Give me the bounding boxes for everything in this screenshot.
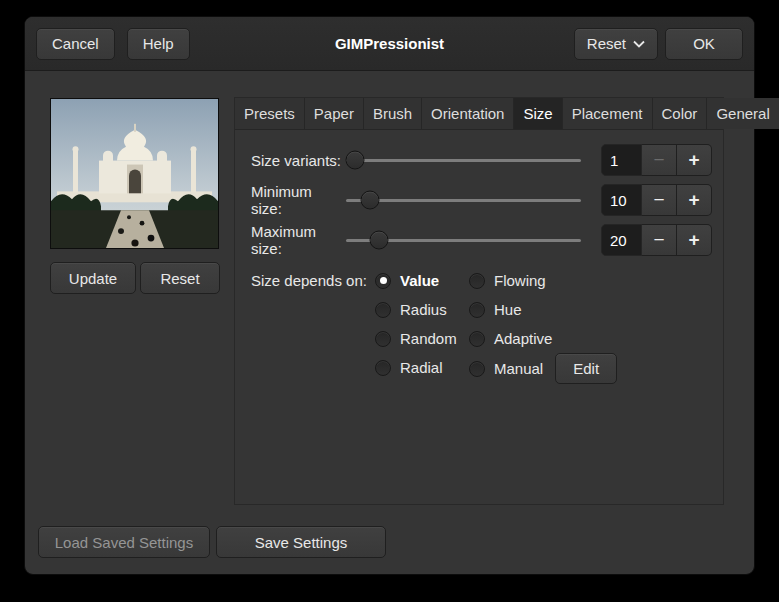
radio-manual[interactable]: Manual (469, 354, 543, 383)
size-depends-radio-group: Value Flowing Radius Hue (375, 266, 617, 384)
radio-hue[interactable]: Hue (469, 295, 617, 324)
minus-button[interactable]: − (642, 144, 677, 176)
size-variants-row: Size variants: − + (251, 140, 709, 180)
ok-button[interactable]: OK (665, 28, 743, 60)
minimum-size-row: Minimum size: − + (251, 180, 709, 220)
tab-paper[interactable]: Paper (305, 98, 364, 129)
help-button[interactable]: Help (127, 28, 190, 60)
maximum-size-label: Maximum size: (251, 223, 346, 257)
tab-placement[interactable]: Placement (563, 98, 653, 129)
headerbar-left-group: Cancel Help (36, 28, 190, 60)
tab-presets[interactable]: Presets (235, 98, 305, 129)
taj-mahal-preview-graphic (51, 99, 218, 248)
headerbar: Cancel Help GIMPressionist Reset OK (25, 17, 754, 71)
radio-radial[interactable]: Radial (375, 353, 469, 382)
radio-hue-label: Hue (494, 301, 522, 318)
radio-manual-label: Manual (494, 360, 543, 377)
size-variants-label: Size variants: (251, 152, 346, 169)
minimum-size-entry[interactable] (601, 184, 642, 216)
manual-option-cell: Manual Edit (469, 353, 617, 384)
minimum-size-label: Minimum size: (251, 183, 346, 217)
slider-thumb[interactable] (360, 191, 379, 210)
minus-button[interactable]: − (642, 224, 677, 256)
plus-button[interactable]: + (677, 144, 712, 176)
radio-icon (375, 302, 391, 318)
minimum-size-spinbox: − + (601, 184, 712, 216)
tab-size[interactable]: Size (514, 98, 562, 129)
load-saved-settings-button[interactable]: Load Saved Settings (38, 526, 210, 558)
preview-image (50, 98, 219, 249)
maximum-size-slider[interactable] (346, 220, 581, 260)
settings-notebook: Presets Paper Brush Orientation Size Pla… (234, 97, 724, 505)
slider-thumb[interactable] (369, 231, 388, 250)
radio-selected-icon (375, 273, 391, 289)
minimum-size-slider[interactable] (346, 180, 581, 220)
radio-adaptive-label: Adaptive (494, 330, 552, 347)
size-variants-spinbox: − + (601, 144, 712, 176)
size-depends-row: Size depends on: Value Flowing Radius (251, 266, 709, 384)
radio-radial-label: Radial (400, 359, 443, 376)
dialog-content: Update Reset Presets Paper Brush Orienta… (25, 71, 754, 575)
tab-general[interactable]: General (707, 98, 779, 129)
radio-random-label: Random (400, 330, 457, 347)
radio-radius[interactable]: Radius (375, 295, 469, 324)
radio-icon (469, 273, 485, 289)
radio-icon (469, 361, 485, 377)
radio-value-label: Value (400, 272, 439, 289)
save-settings-button[interactable]: Save Settings (216, 526, 386, 558)
radio-flowing-label: Flowing (494, 272, 546, 289)
radio-radius-label: Radius (400, 301, 447, 318)
tab-bar: Presets Paper Brush Orientation Size Pla… (235, 98, 723, 130)
radio-icon (375, 360, 391, 376)
gimpressionist-dialog: Cancel Help GIMPressionist Reset OK (24, 16, 755, 575)
size-tab-panel: Size variants: − + Minimum size: (235, 130, 723, 384)
headerbar-right-group: Reset OK (574, 28, 743, 60)
size-depends-label: Size depends on: (251, 266, 375, 295)
update-button[interactable]: Update (50, 262, 136, 294)
reset-dropdown-label: Reset (587, 35, 626, 52)
slider-track (346, 159, 581, 162)
slider-track (346, 199, 581, 202)
radio-random[interactable]: Random (375, 324, 469, 353)
maximum-size-spinbox: − + (601, 224, 712, 256)
size-variants-slider[interactable] (346, 140, 581, 180)
radio-icon (469, 302, 485, 318)
tab-brush[interactable]: Brush (364, 98, 422, 129)
radio-value[interactable]: Value (375, 266, 469, 295)
size-variants-entry[interactable] (601, 144, 642, 176)
radio-icon (469, 331, 485, 347)
maximum-size-row: Maximum size: − + (251, 220, 709, 260)
radio-adaptive[interactable]: Adaptive (469, 324, 617, 353)
plus-button[interactable]: + (677, 184, 712, 216)
tab-orientation[interactable]: Orientation (422, 98, 514, 129)
plus-button[interactable]: + (677, 224, 712, 256)
reset-dropdown-button[interactable]: Reset (574, 28, 658, 60)
chevron-down-icon (633, 40, 645, 48)
minus-button[interactable]: − (642, 184, 677, 216)
preview-reset-button[interactable]: Reset (140, 262, 220, 294)
cancel-button[interactable]: Cancel (36, 28, 115, 60)
edit-button[interactable]: Edit (555, 353, 617, 384)
tab-color[interactable]: Color (653, 98, 708, 129)
radio-flowing[interactable]: Flowing (469, 266, 617, 295)
slider-thumb[interactable] (346, 151, 365, 170)
radio-icon (375, 331, 391, 347)
maximum-size-entry[interactable] (601, 224, 642, 256)
